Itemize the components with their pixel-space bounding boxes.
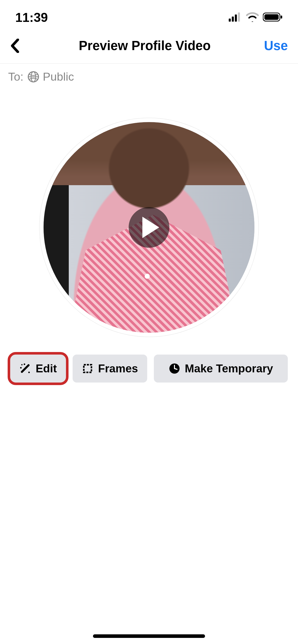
back-button[interactable] [10, 39, 25, 53]
page-title: Preview Profile Video [79, 38, 211, 53]
make-temporary-button[interactable]: Make Temporary [154, 355, 288, 383]
navigation-bar: Preview Profile Video Use [0, 33, 298, 64]
clock-icon [169, 363, 180, 374]
status-bar: 11:39 [0, 0, 298, 33]
home-indicator[interactable] [93, 634, 205, 638]
svg-rect-6 [281, 16, 282, 19]
play-icon [142, 217, 159, 238]
status-icons [229, 12, 283, 23]
audience-value-text: Public [43, 70, 74, 83]
audience-value: Public [28, 70, 74, 83]
magic-wand-icon [19, 363, 31, 374]
cellular-icon [229, 12, 242, 23]
svg-rect-1 [232, 17, 234, 22]
globe-icon [28, 71, 39, 83]
frames-button-label: Frames [98, 362, 138, 375]
svg-rect-15 [84, 365, 91, 372]
audience-selector[interactable]: To: Public [0, 64, 298, 90]
status-time: 11:39 [15, 10, 48, 25]
svg-rect-2 [235, 14, 237, 22]
edit-button[interactable]: Edit [10, 355, 66, 383]
play-button[interactable] [129, 207, 169, 248]
svg-rect-3 [238, 12, 240, 22]
svg-point-12 [24, 363, 25, 365]
frame-icon [82, 363, 93, 374]
svg-point-11 [20, 367, 22, 369]
svg-rect-5 [264, 14, 279, 20]
chevron-left-icon [10, 39, 20, 53]
make-temporary-button-label: Make Temporary [185, 362, 273, 375]
profile-video-preview[interactable] [39, 118, 259, 337]
video-preview-area [0, 90, 298, 337]
wifi-icon [246, 12, 259, 23]
svg-point-14 [28, 372, 30, 373]
audience-to-label: To: [8, 70, 23, 83]
edit-button-label: Edit [36, 362, 57, 375]
battery-icon [263, 12, 283, 23]
frames-button[interactable]: Frames [73, 355, 147, 383]
svg-point-13 [21, 364, 23, 365]
svg-rect-0 [229, 19, 231, 22]
use-button[interactable]: Use [264, 38, 288, 53]
svg-line-10 [22, 365, 29, 372]
action-buttons-row: Edit Frames Make Temporary [0, 337, 298, 383]
